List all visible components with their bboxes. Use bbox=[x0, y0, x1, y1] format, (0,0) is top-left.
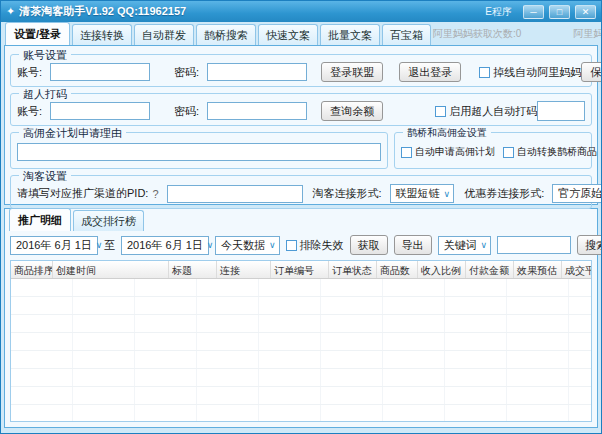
settings-page: 账号设置 账号: 密码: 登录联盟 退出登录 掉线自动阿里妈妈 保存全局配置 超… bbox=[4, 45, 598, 205]
detail-toolbar: 2016年 6月 1日 ∨ 至 2016年 6月 1日 ∨ 今天数据 ∨ 排除失… bbox=[5, 231, 597, 258]
captcha-settings-group: 超人打码 账号: 密码: 查询余额 启用超人自动打码 bbox=[10, 93, 592, 126]
minimize-button[interactable]: ─ bbox=[523, 5, 544, 19]
account-password-label: 密码: bbox=[174, 65, 199, 80]
maximize-button[interactable]: □ bbox=[549, 5, 570, 19]
taoke-settings-legend: 淘客设置 bbox=[19, 169, 71, 184]
col-payment-amount[interactable]: 付款金额 bbox=[466, 261, 514, 278]
close-button[interactable]: ✕ bbox=[575, 5, 596, 19]
commission-reason-legend: 高佣金计划申请理由 bbox=[19, 126, 126, 141]
keyword-type-value: 关键词 bbox=[444, 238, 477, 253]
tab-deal-ranking[interactable]: 成交排行榜 bbox=[73, 210, 144, 231]
captcha-username-label: 账号: bbox=[17, 104, 42, 119]
date-preset-value: 今天数据 bbox=[221, 238, 265, 253]
col-create-time[interactable]: 创建时间 bbox=[53, 261, 169, 278]
chevron-down-icon: ∨ bbox=[444, 189, 451, 199]
date-from-value: 2016年 6月 1日 bbox=[16, 238, 92, 253]
alimama-login-state: 阿里妈妈状态:未登录 bbox=[573, 27, 602, 41]
account-settings-group: 账号设置 账号: 密码: 登录联盟 退出登录 掉线自动阿里妈妈 保存全局配置 bbox=[10, 54, 592, 87]
col-item-count[interactable]: 商品数 bbox=[377, 261, 418, 278]
save-global-config-button[interactable]: 保存全局配置 bbox=[581, 62, 602, 82]
titlebar[interactable]: ✦ 清茶淘客助手V1.92 QQ:11962157 E程序 ─ □ ✕ bbox=[1, 1, 601, 22]
col-effect-estimate[interactable]: 效果预估 bbox=[514, 261, 562, 278]
date-to-picker[interactable]: 2016年 6月 1日 ∨ bbox=[121, 236, 209, 255]
col-order-status[interactable]: 订单状态 bbox=[329, 261, 377, 278]
account-settings-legend: 账号设置 bbox=[19, 48, 71, 63]
pid-input[interactable] bbox=[167, 185, 303, 203]
captcha-settings-legend: 超人打码 bbox=[19, 87, 71, 102]
tab-auto-group-send[interactable]: 自动群发 bbox=[134, 24, 194, 45]
chevron-down-icon: ∨ bbox=[96, 240, 103, 250]
app-icon: ✦ bbox=[6, 5, 15, 18]
date-preset-select[interactable]: 今天数据 ∨ bbox=[215, 236, 280, 255]
alimama-fetch-count: 阿里妈妈获取次数:0 bbox=[433, 27, 521, 41]
offline-auto-alimama-label: 掉线自动阿里妈妈 bbox=[493, 65, 581, 80]
pid-help-icon[interactable]: ? bbox=[152, 188, 158, 200]
main-program-label[interactable]: E程序 bbox=[485, 5, 512, 19]
auto-convert-bridge-label: 自动转换鹊桥商品 bbox=[517, 145, 597, 159]
taoke-settings-group: 淘客设置 请填写对应推广渠道的PID: ? 淘客连接形式: 联盟短链 ∨ 优惠券… bbox=[10, 175, 592, 209]
col-link[interactable]: 连接 bbox=[217, 261, 271, 278]
captcha-password-input[interactable] bbox=[207, 102, 307, 120]
balance-display bbox=[537, 101, 585, 121]
enable-auto-captcha-option: 启用超人自动打码 bbox=[435, 104, 537, 119]
captcha-username-input[interactable] bbox=[50, 102, 150, 120]
account-password-input[interactable] bbox=[207, 63, 307, 81]
enable-auto-captcha-label: 启用超人自动打码 bbox=[449, 104, 537, 119]
keyword-input[interactable] bbox=[497, 236, 571, 254]
col-product-rank[interactable]: 商品排序 bbox=[11, 261, 53, 278]
account-username-input[interactable] bbox=[50, 63, 150, 81]
enable-auto-captcha-checkbox[interactable] bbox=[435, 106, 446, 117]
table-header: 商品排序 创建时间 标题 连接 订单编号 订单状态 商品数 收入比例 付款金额 … bbox=[11, 261, 591, 279]
detail-panel: 推广明细 成交排行榜 2016年 6月 1日 ∨ 至 2016年 6月 1日 ∨… bbox=[4, 208, 598, 428]
coupon-type-value: 官方原始 bbox=[558, 186, 602, 201]
tab-queqiao-search[interactable]: 鹊桥搜索 bbox=[196, 24, 256, 45]
app-window: ✦ 清茶淘客助手V1.92 QQ:11962157 E程序 ─ □ ✕ 设置/登… bbox=[0, 0, 602, 434]
exclude-invalid-checkbox[interactable] bbox=[286, 240, 297, 251]
col-order-id[interactable]: 订单编号 bbox=[271, 261, 329, 278]
export-button[interactable]: 导出 bbox=[394, 235, 432, 255]
tab-settings-login[interactable]: 设置/登录 bbox=[5, 22, 70, 45]
tab-promotion-detail[interactable]: 推广明细 bbox=[9, 208, 71, 231]
main-tabstrip: 设置/登录 连接转换 自动群发 鹊桥搜索 快速文案 批量文案 百宝箱 阿里妈妈获… bbox=[1, 22, 601, 45]
date-range-join-label: 至 bbox=[104, 238, 115, 253]
tab-toolbox[interactable]: 百宝箱 bbox=[382, 24, 431, 45]
window-title: 清茶淘客助手V1.92 QQ:11962157 bbox=[19, 4, 186, 19]
tab-link-convert[interactable]: 连接转换 bbox=[72, 24, 132, 45]
coupon-type-select[interactable]: 官方原始 ∨ bbox=[552, 184, 602, 203]
commission-reason-input[interactable] bbox=[17, 143, 381, 161]
auto-convert-bridge-checkbox[interactable] bbox=[503, 147, 514, 158]
link-type-label: 淘客连接形式: bbox=[313, 186, 382, 201]
col-deal-platform[interactable]: 成交平台 bbox=[562, 261, 591, 278]
chevron-down-icon: ∨ bbox=[207, 240, 214, 250]
captcha-password-label: 密码: bbox=[174, 104, 199, 119]
keyword-type-select[interactable]: 关键词 ∨ bbox=[438, 236, 492, 255]
date-from-picker[interactable]: 2016年 6月 1日 ∨ bbox=[10, 236, 98, 255]
tab-quick-copy[interactable]: 快速文案 bbox=[258, 24, 318, 45]
commission-reason-group: 高佣金计划申请理由 bbox=[10, 132, 388, 169]
exclude-invalid-option: 排除失效 bbox=[286, 238, 344, 253]
pid-label: 请填写对应推广渠道的PID: bbox=[17, 186, 148, 201]
offline-auto-alimama-option: 掉线自动阿里妈妈 bbox=[479, 65, 581, 80]
logout-button[interactable]: 退出登录 bbox=[399, 62, 461, 82]
col-title[interactable]: 标题 bbox=[169, 261, 217, 278]
bridge-settings-legend: 鹊桥和高佣金设置 bbox=[403, 126, 491, 140]
auto-apply-commission-option: 自动申请高佣计划 bbox=[401, 145, 495, 159]
tab-batch-copy[interactable]: 批量文案 bbox=[320, 24, 380, 45]
link-type-select[interactable]: 联盟短链 ∨ bbox=[390, 184, 455, 203]
login-union-button[interactable]: 登录联盟 bbox=[321, 62, 383, 82]
auto-convert-bridge-option: 自动转换鹊桥商品 bbox=[503, 145, 597, 159]
query-balance-button[interactable]: 查询余额 bbox=[321, 101, 383, 121]
bridge-settings-group: 鹊桥和高佣金设置 自动申请高佣计划 自动转换鹊桥商品 bbox=[394, 132, 592, 169]
auto-apply-commission-label: 自动申请高佣计划 bbox=[415, 145, 495, 159]
alimama-status: 阿里妈妈获取次数:0 阿里妈妈状态:未登录 bbox=[433, 27, 602, 45]
detail-tabstrip: 推广明细 成交排行榜 bbox=[5, 209, 597, 231]
auto-apply-commission-checkbox[interactable] bbox=[401, 147, 412, 158]
offline-auto-alimama-checkbox[interactable] bbox=[479, 67, 490, 78]
table-body-empty bbox=[11, 279, 591, 421]
search-button[interactable]: 搜索 bbox=[577, 235, 602, 255]
coupon-type-label: 优惠券连接形式: bbox=[464, 186, 544, 201]
promotion-detail-table: 商品排序 创建时间 标题 连接 订单编号 订单状态 商品数 收入比例 付款金额 … bbox=[10, 260, 592, 422]
fetch-button[interactable]: 获取 bbox=[350, 235, 388, 255]
col-income-ratio[interactable]: 收入比例 bbox=[418, 261, 466, 278]
chevron-down-icon: ∨ bbox=[481, 240, 488, 250]
